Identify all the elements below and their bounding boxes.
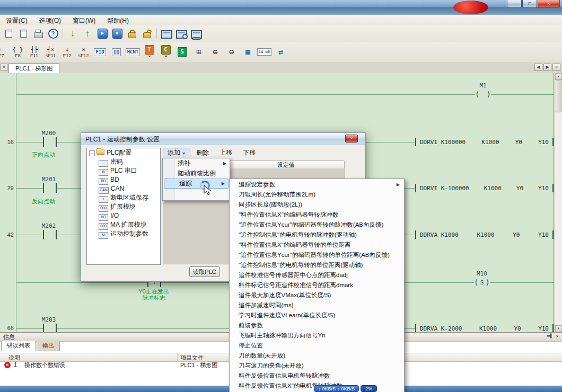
print-button[interactable] [31, 27, 45, 41]
tab-error-list[interactable]: 错误列表 [1, 341, 36, 351]
submenu-item[interactable]: "料件位置信息X"的编码器每转脉冲数 [230, 210, 404, 220]
tree-expander-icon[interactable]: - [89, 150, 95, 156]
tool-pulse-output[interactable]: ∏∏ [108, 43, 125, 61]
pane-close-icon[interactable]: × [1, 64, 7, 70]
read-plc-button[interactable]: 读取PLC [189, 266, 220, 277]
upload-from-plc-button[interactable]: ↑ [81, 27, 94, 41]
tool-zoom-in-icon[interactable]: ⊕ [207, 43, 223, 61]
lock-button[interactable] [125, 27, 139, 41]
tool-pid[interactable]: PID [92, 43, 108, 61]
tool-sf12-delete-line[interactable]: × sF12 [75, 43, 92, 61]
tree-item[interactable]: BDBD [87, 175, 160, 184]
stop-plc-button[interactable]: ■ [110, 27, 124, 41]
submenu-item[interactable]: 追件最大加速度VMax(单位长度/S) [230, 290, 404, 300]
tree-item[interactable]: 000MA 扩展模块 [87, 220, 160, 229]
contact-m201[interactable]: M201 [43, 183, 55, 193]
monitor-watch-button[interactable] [174, 27, 188, 41]
submenu-item[interactable]: "追件控制信息"的电机每转的脉冲数(驱动轴) [230, 230, 404, 240]
open-document-button[interactable] [16, 27, 30, 41]
menu-item-interpolation[interactable]: 插补 ▶ [163, 158, 230, 168]
tool-sf11-delete[interactable]: ┤× sF11 [42, 43, 59, 61]
plc-config-tree[interactable]: -PLC配置 ⋯密码 ⚙PLC 串口 BDBD CANCAN [86, 148, 161, 265]
menu-item-tracking[interactable]: 追踪 ▶ [164, 179, 229, 189]
monitor-mode-button[interactable] [160, 27, 173, 41]
tool-f11-contact[interactable]: ┤├ F11 [26, 43, 42, 61]
minimize-button[interactable]: — [507, 0, 522, 8]
monitor-edit-button[interactable] [189, 27, 203, 41]
submenu-item[interactable]: "追件控制信息"的电机每转的单位距离(驱动轴) [230, 260, 404, 270]
run-plc-button[interactable]: ▶ [95, 27, 109, 41]
contact-m203[interactable]: M203 [43, 324, 55, 332]
title-bar[interactable]: — □ × [0, 0, 562, 15]
submenu-item[interactable]: "料件位置信息X"的编码器每转的单位距离 [230, 240, 404, 250]
instruction-ddrva-1[interactable]: DDRVA K1000 K1000 Y0 Y10 [415, 230, 554, 239]
scrollbar-thumb[interactable] [556, 81, 562, 112]
submenu-item[interactable]: 刀与滚刀的夹角(未开放) [230, 361, 404, 371]
move-up-button[interactable]: 上移 [215, 148, 237, 157]
menu-item[interactable]: 选项(O) [33, 15, 67, 25]
coil-m1[interactable]: M1 () [475, 90, 491, 99]
submenu-item[interactable]: 料件标记信号距追件校准信号的距离dmark [230, 280, 404, 290]
tool-state[interactable]: S [174, 43, 190, 61]
submenu-item[interactable]: "追件位置信息Ycur"的编码器每转的单位距离(AB向反馈) [230, 250, 404, 260]
submenu-item[interactable]: 追件加减速时间(ms) [230, 300, 404, 310]
contact-m202[interactable]: M202 [43, 230, 55, 239]
submenu-item[interactable]: 飞锯时主轴脉冲输出方向信号Yn [230, 331, 404, 341]
new-document-button[interactable] [2, 27, 15, 41]
tree-item[interactable]: M运动控制参数 [87, 229, 160, 238]
tree-root-plc-config[interactable]: -PLC配置 [87, 148, 160, 157]
tab-close-icon[interactable]: × [552, 64, 560, 71]
menu-item-feedforward[interactable]: 随动前馈比例 [163, 168, 230, 179]
instruction-ddrvi-1[interactable]: DDRVI K100000 K1000 Y0 Y10 [415, 138, 554, 146]
tool-ld-m0-icon[interactable]: Ld m0 [256, 43, 273, 61]
close-button[interactable]: × [538, 0, 560, 8]
tool-timer[interactable]: T [141, 43, 157, 61]
menu-item[interactable]: 设置(C) [0, 15, 33, 25]
coil-m10-set[interactable]: M10 ( S ) [474, 278, 490, 287]
tab-scroll-right-icon[interactable]: ▶ [543, 64, 551, 71]
tool-f8-branch[interactable]: { } F8 [10, 43, 26, 61]
help-button[interactable]: ? [46, 27, 60, 41]
tree-item[interactable]: ⚙PLC 串口 [87, 166, 160, 175]
tree-item[interactable]: 000扩展模块 [87, 202, 160, 211]
tree-item[interactable]: CANCAN [87, 184, 160, 193]
maximize-button[interactable]: □ [522, 0, 537, 8]
download-to-plc-button[interactable]: ↓ [66, 27, 80, 41]
tree-item[interactable]: I/OI/O [87, 211, 160, 220]
submenu-item[interactable]: 追踪设定参数 ▶ [230, 180, 404, 190]
submenu-item[interactable]: 前馈参数 [230, 320, 404, 331]
submenu-item[interactable]: 刀的数量(未开放) [230, 351, 404, 361]
contact-m200[interactable]: M200 [43, 137, 55, 147]
tool-f12-down-line[interactable]: ↓ F12 [59, 43, 75, 61]
tool-transfer-icon[interactable]: ⇄ [273, 43, 289, 61]
tool-counter[interactable]: C [157, 43, 174, 61]
submenu-item[interactable]: 学习时追件速度VLearn(单位长度/S) [230, 310, 404, 320]
move-down-button[interactable]: 下移 [238, 148, 260, 157]
ladder-scrollbar[interactable]: ▲ ▼ [555, 73, 562, 332]
submenu-item[interactable]: 停止位置 [230, 341, 404, 351]
submenu-item[interactable]: 刀辊周长(允许移动范围2Lm) [230, 190, 404, 200]
unlock-button[interactable] [140, 27, 154, 41]
panel-close-icon[interactable]: × [554, 333, 561, 340]
tab-plc1-ladder[interactable]: PLC1 - 梯形图 [8, 63, 59, 74]
tool-f7[interactable]: )- F7 [0, 43, 10, 61]
dialog-close-button[interactable]: × [345, 135, 358, 142]
scroll-up-icon[interactable]: ▲ [555, 73, 562, 80]
add-button[interactable]: 添加 ▼ [163, 148, 190, 157]
tab-scroll-left-icon[interactable]: ◀ [534, 64, 542, 71]
instruction-ddrvi-2[interactable]: DDRVI K-100000 K1000 Y0 Y10 [415, 184, 554, 192]
submenu-item[interactable]: 料件反馈位置信息电机每转脉冲数 [230, 371, 404, 381]
submenu-item[interactable]: 追件校准信号传感器距中心点的距离dadj [230, 270, 404, 280]
tool-grid-icon[interactable]: ▦ [240, 43, 256, 61]
submenu-item[interactable]: "追件位置信息Ycur"的编码器每转的脉冲数(AB向反馈) [230, 220, 404, 230]
menu-item[interactable]: 窗口(W) [67, 15, 101, 25]
tree-item[interactable]: ⚡断电区域保存 [87, 193, 160, 202]
menu-item[interactable]: 帮助(H) [101, 15, 135, 25]
tool-zoom-out-icon[interactable]: ⊖ [223, 43, 240, 61]
delete-button[interactable]: 删除 [191, 148, 214, 157]
tab-output[interactable]: 输出 [37, 341, 60, 351]
scroll-down-icon[interactable]: ▼ [555, 325, 562, 332]
submenu-item[interactable]: 同步区长度(随动段(2L)) [230, 200, 404, 210]
tree-item[interactable]: ⋯密码 [87, 157, 160, 166]
instruction-ddrva-2[interactable]: DDRVA K-2000 K1000 Y0 Y10 [415, 324, 554, 332]
